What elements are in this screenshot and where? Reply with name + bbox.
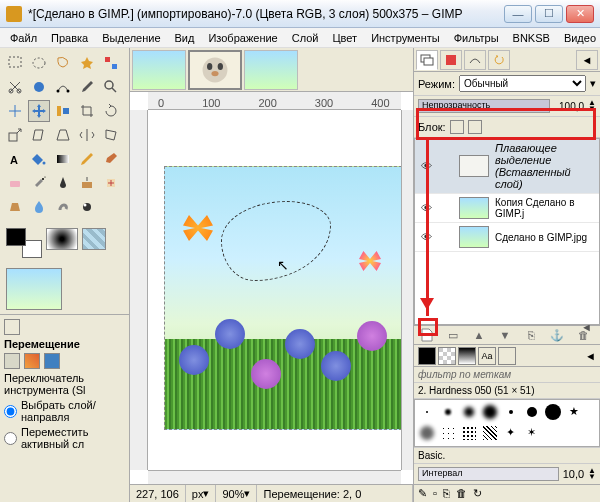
menu-video[interactable]: Видео bbox=[558, 30, 600, 46]
status-zoom[interactable]: 90%▾ bbox=[216, 485, 257, 502]
new-brush-icon[interactable]: ▫ bbox=[433, 487, 437, 500]
menu-bnksb[interactable]: BNKSB bbox=[507, 30, 556, 46]
canvas[interactable]: ↖ bbox=[148, 110, 401, 470]
close-button[interactable]: ✕ bbox=[566, 5, 594, 23]
paths-tab-icon[interactable] bbox=[464, 50, 486, 70]
brush-group[interactable]: Basic. bbox=[414, 447, 600, 464]
clone-tool[interactable] bbox=[76, 172, 98, 194]
fuzzy-select-tool[interactable] bbox=[76, 52, 98, 74]
eraser-tool[interactable] bbox=[4, 172, 26, 194]
channels-tab-icon[interactable] bbox=[440, 50, 462, 70]
duplicate-brush-icon[interactable]: ⎘ bbox=[443, 487, 450, 500]
brush-item[interactable] bbox=[480, 402, 499, 421]
scrollbar-horizontal[interactable] bbox=[148, 470, 401, 484]
image-tab-2[interactable] bbox=[244, 50, 298, 90]
dodge-tool[interactable] bbox=[76, 196, 98, 218]
measure-tool[interactable] bbox=[4, 100, 26, 122]
active-pattern[interactable] bbox=[82, 228, 106, 250]
layer-row[interactable]: 👁 Сделано в GIMP.jpg bbox=[415, 223, 599, 252]
status-unit[interactable]: px▾ bbox=[186, 485, 217, 502]
image-tab-0[interactable] bbox=[132, 50, 186, 90]
panel-menu-button[interactable]: ◄ bbox=[576, 50, 598, 70]
move-selection-icon[interactable] bbox=[24, 353, 40, 369]
brush-item[interactable] bbox=[501, 402, 520, 421]
panel-menu-button[interactable]: ◄ bbox=[585, 350, 596, 362]
interval-slider[interactable]: Интервал bbox=[418, 467, 559, 481]
blur-tool[interactable] bbox=[28, 196, 50, 218]
scale-tool[interactable] bbox=[4, 124, 26, 146]
scissors-tool[interactable] bbox=[4, 76, 26, 98]
active-gradient[interactable] bbox=[46, 228, 78, 250]
paintbrush-tool[interactable] bbox=[100, 148, 122, 170]
delete-brush-icon[interactable]: 🗑 bbox=[456, 487, 467, 500]
layers-tab-icon[interactable] bbox=[416, 50, 438, 70]
flip-tool[interactable] bbox=[76, 124, 98, 146]
smudge-tool[interactable] bbox=[52, 196, 74, 218]
raise-layer-icon[interactable]: ▲ bbox=[472, 328, 486, 342]
lock-alpha-icon[interactable] bbox=[468, 120, 482, 134]
perspective-tool[interactable] bbox=[52, 124, 74, 146]
heal-tool[interactable] bbox=[100, 172, 122, 194]
dock-icon[interactable] bbox=[4, 319, 20, 335]
bucket-fill-tool[interactable] bbox=[28, 148, 50, 170]
move-path-icon[interactable] bbox=[44, 353, 60, 369]
image-thumbnail[interactable] bbox=[6, 268, 62, 310]
brush-item[interactable] bbox=[417, 423, 436, 442]
crop-tool[interactable] bbox=[76, 100, 98, 122]
by-color-select-tool[interactable] bbox=[100, 52, 122, 74]
brush-item[interactable]: ✦ bbox=[501, 423, 520, 442]
layer-row[interactable]: 👁 Плавающее выделение(Вставленный слой) bbox=[415, 139, 599, 194]
image-tab-1[interactable] bbox=[188, 50, 242, 90]
brush-item[interactable] bbox=[417, 402, 436, 421]
anchor-layer-icon[interactable]: ⚓ bbox=[550, 328, 564, 342]
mode-menu-button[interactable]: ▾ bbox=[590, 77, 596, 90]
menu-image[interactable]: Изображение bbox=[202, 30, 283, 46]
menu-edit[interactable]: Правка bbox=[45, 30, 94, 46]
blend-tool[interactable] bbox=[52, 148, 74, 170]
extra-swatch[interactable] bbox=[498, 347, 516, 365]
ink-tool[interactable] bbox=[52, 172, 74, 194]
font-swatch[interactable]: Aa bbox=[478, 347, 496, 365]
menu-tools[interactable]: Инструменты bbox=[365, 30, 446, 46]
interval-spinner[interactable]: ▲▼ bbox=[588, 468, 596, 480]
cage-tool[interactable] bbox=[100, 124, 122, 146]
duplicate-layer-icon[interactable]: ⎘ bbox=[524, 328, 538, 342]
brush-item[interactable] bbox=[438, 423, 457, 442]
menu-file[interactable]: Файл bbox=[4, 30, 43, 46]
layer-group-icon[interactable]: ▭ bbox=[446, 328, 460, 342]
pattern-swatch[interactable] bbox=[438, 347, 456, 365]
color-picker-tool[interactable] bbox=[76, 76, 98, 98]
brush-item[interactable] bbox=[459, 402, 478, 421]
brush-item[interactable] bbox=[438, 402, 457, 421]
menu-filters[interactable]: Фильтры bbox=[448, 30, 505, 46]
foreground-select-tool[interactable] bbox=[28, 76, 50, 98]
scrollbar-vertical[interactable] bbox=[401, 110, 413, 470]
brush-item[interactable] bbox=[543, 402, 562, 421]
opacity-spinner[interactable]: ▲▼ bbox=[588, 100, 596, 112]
pencil-tool[interactable] bbox=[76, 148, 98, 170]
filter-field[interactable]: фильтр по меткам bbox=[414, 367, 600, 383]
mode-select[interactable]: Обычный bbox=[459, 75, 586, 92]
brush-item[interactable] bbox=[522, 402, 541, 421]
radio-pick-layer[interactable]: Выбрать слой/направля bbox=[4, 399, 125, 423]
rect-select-tool[interactable] bbox=[4, 52, 26, 74]
menu-view[interactable]: Вид bbox=[169, 30, 201, 46]
zoom-tool[interactable] bbox=[100, 76, 122, 98]
paths-tool[interactable] bbox=[52, 76, 74, 98]
layer-row[interactable]: 👁 Копия Сделано в GIMP.j bbox=[415, 194, 599, 223]
rotate-tool[interactable] bbox=[100, 100, 122, 122]
opacity-slider[interactable]: Непрозрачность bbox=[418, 99, 550, 113]
perspective-clone-tool[interactable] bbox=[4, 196, 26, 218]
new-layer-icon[interactable] bbox=[420, 328, 434, 342]
move-tool[interactable] bbox=[28, 100, 50, 122]
move-layer-icon[interactable] bbox=[4, 353, 20, 369]
menu-layer[interactable]: Слой bbox=[286, 30, 325, 46]
align-tool[interactable] bbox=[52, 100, 74, 122]
free-select-tool[interactable] bbox=[52, 52, 74, 74]
brush-item[interactable] bbox=[480, 423, 499, 442]
lower-layer-icon[interactable]: ▼ bbox=[498, 328, 512, 342]
brush-item[interactable] bbox=[459, 423, 478, 442]
maximize-button[interactable]: ☐ bbox=[535, 5, 563, 23]
text-tool[interactable]: A bbox=[4, 148, 26, 170]
radio-move-active[interactable]: Переместить активный сл bbox=[4, 426, 125, 450]
